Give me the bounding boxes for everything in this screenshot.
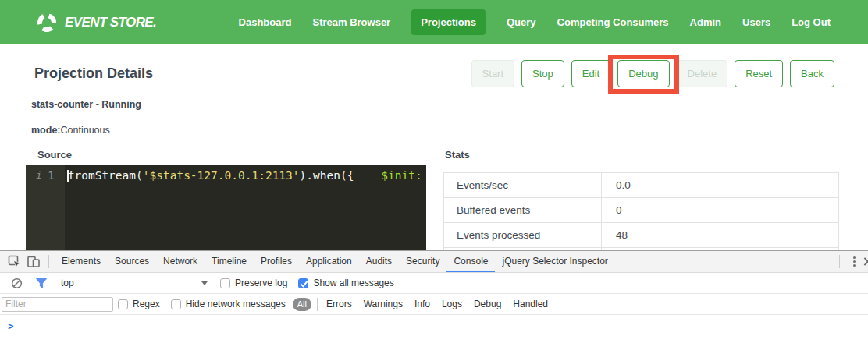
devtools-tabs: Elements Sources Network Timeline Profil… — [55, 251, 615, 272]
logo[interactable]: EVENT STORE. — [37, 13, 156, 32]
filter-errors[interactable]: Errors — [326, 299, 352, 309]
debug-button-wrap: Debug — [617, 60, 669, 87]
clear-console-icon[interactable] — [7, 274, 26, 292]
stop-button[interactable]: Stop — [521, 60, 564, 87]
devtools-panel: Elements Sources Network Timeline Profil… — [0, 250, 868, 343]
tab-network[interactable]: Network — [156, 251, 205, 272]
info-annotation-icon: i — [36, 167, 42, 184]
devtools-tabbar-right — [834, 251, 868, 272]
nav-dashboard[interactable]: Dashboard — [239, 16, 292, 28]
preserve-log-label[interactable]: Preserve log — [235, 278, 287, 288]
tab-timeline[interactable]: Timeline — [205, 251, 254, 272]
top-nav-bar: EVENT STORE. Dashboard Stream Browser Pr… — [0, 0, 868, 44]
filter-debug[interactable]: Debug — [474, 299, 501, 309]
close-devtools-icon[interactable] — [863, 257, 868, 266]
device-toolbar-icon[interactable] — [24, 253, 43, 271]
page-title: Projection Details — [34, 65, 153, 82]
regex-checkbox[interactable] — [118, 299, 128, 309]
mode-value: Continuous — [61, 125, 110, 136]
devtools-menu-icon[interactable] — [845, 256, 863, 267]
stats-table: Events/sec 0.0 Buffered events 0 Events … — [443, 172, 839, 250]
inspect-element-icon[interactable] — [5, 253, 24, 271]
table-row: Buffered events 0 — [444, 198, 839, 223]
projection-mode: mode:Continuous — [31, 125, 110, 136]
divider — [317, 298, 318, 311]
code-line: fromStream('$stats-127.0.0.1:2113').when… — [65, 165, 426, 250]
preserve-log-checkbox[interactable] — [220, 278, 230, 288]
stat-name: Events processed — [444, 223, 602, 248]
delete-button: Delete — [677, 60, 728, 87]
execution-context-selector[interactable]: top — [61, 278, 208, 288]
main-nav: Dashboard Stream Browser Projections Que… — [239, 9, 831, 35]
filter-all-badge[interactable]: All — [293, 298, 311, 311]
tab-sources[interactable]: Sources — [108, 251, 156, 272]
line-number: 1 — [48, 167, 55, 184]
hide-network-messages-checkbox[interactable] — [171, 299, 181, 309]
filter-handled[interactable]: Handled — [513, 299, 548, 309]
nav-stream-browser[interactable]: Stream Browser — [312, 16, 390, 28]
tab-jquery-selector-inspector[interactable]: jQuery Selector Inspector — [495, 251, 614, 272]
console-toolbar: top Preserve log Show all messages — [0, 273, 868, 294]
reset-button[interactable]: Reset — [735, 60, 783, 87]
table-row: Events/sec 0.0 — [444, 173, 839, 198]
tab-application[interactable]: Application — [299, 251, 359, 272]
filter-icon[interactable] — [32, 274, 51, 292]
debug-button[interactable]: Debug — [617, 60, 669, 87]
back-button[interactable]: Back — [790, 60, 834, 87]
log-level-filters: Errors Warnings Info Logs Debug Handled — [326, 299, 548, 309]
stat-name: Buffered events — [444, 198, 602, 223]
stats-section-label: Stats — [445, 149, 470, 161]
tab-console[interactable]: Console — [446, 251, 495, 272]
table-row: Events processed 48 — [444, 223, 839, 248]
mode-label: mode: — [31, 125, 61, 136]
logo-text: EVENT STORE. — [65, 15, 156, 30]
tab-audits[interactable]: Audits — [359, 251, 399, 272]
hide-network-messages-label[interactable]: Hide network messages — [186, 299, 286, 309]
projection-status: stats-counter - Running — [31, 99, 141, 110]
console-input-area[interactable]: > — [0, 315, 868, 342]
action-buttons: Start Stop Edit Debug Delete Reset Back — [471, 60, 834, 87]
tab-elements[interactable]: Elements — [55, 251, 108, 272]
stat-value: 0 — [602, 198, 839, 223]
context-value: top — [61, 278, 74, 288]
chevron-down-icon — [201, 281, 208, 285]
devtools-tab-bar: Elements Sources Network Timeline Profil… — [0, 251, 868, 273]
stats-table-wrap: Events/sec 0.0 Buffered events 0 Events … — [443, 172, 839, 250]
filter-info[interactable]: Info — [414, 299, 430, 309]
filter-input[interactable] — [2, 297, 113, 312]
stat-value: 0.0 — [602, 173, 839, 198]
nav-query[interactable]: Query — [507, 16, 536, 28]
editor-gutter: i 1 — [26, 165, 65, 250]
stat-value: 48 — [602, 223, 839, 248]
console-prompt: > — [8, 320, 14, 332]
show-all-messages-checkbox[interactable] — [298, 278, 308, 288]
tab-security[interactable]: Security — [399, 251, 446, 272]
nav-competing-consumers[interactable]: Competing Consumers — [557, 16, 669, 28]
divider — [839, 255, 840, 268]
source-code-editor[interactable]: i 1 fromStream('$stats-127.0.0.1:2113').… — [26, 165, 426, 250]
edit-button[interactable]: Edit — [571, 60, 610, 87]
regex-label[interactable]: Regex — [133, 299, 160, 309]
nav-logout[interactable]: Log Out — [792, 16, 831, 28]
screen: EVENT STORE. Dashboard Stream Browser Pr… — [0, 0, 868, 343]
console-filter-bar: Regex Hide network messages All Errors W… — [0, 294, 868, 315]
nav-users[interactable]: Users — [742, 16, 770, 28]
source-section-label: Source — [37, 149, 72, 161]
show-all-messages-label[interactable]: Show all messages — [313, 278, 393, 288]
start-button: Start — [471, 60, 514, 87]
filter-logs[interactable]: Logs — [442, 299, 462, 309]
nav-projections[interactable]: Projections — [411, 9, 486, 35]
tab-profiles[interactable]: Profiles — [254, 251, 299, 272]
stat-name: Events/sec — [444, 173, 602, 198]
filter-warnings[interactable]: Warnings — [364, 299, 403, 309]
nav-admin[interactable]: Admin — [690, 16, 721, 28]
eventstore-logo-icon — [35, 10, 59, 34]
divider — [48, 255, 49, 268]
